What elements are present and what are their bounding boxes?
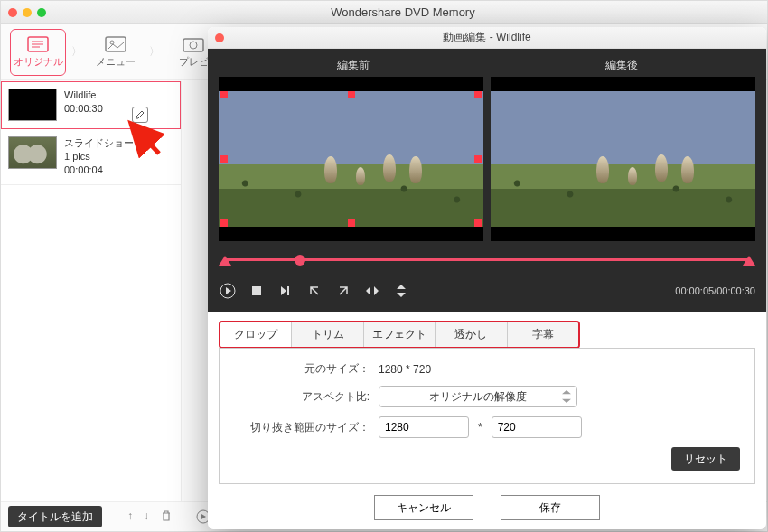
clip-meta: Wildlife 00:00:30 [64,89,103,121]
svg-point-5 [110,41,114,44]
footer-icons: ↑ ↓ [127,509,211,524]
svg-rect-11 [287,286,289,295]
dialog-close-icon[interactable] [215,33,224,42]
sidebar-item-slideshow[interactable]: スライドショー 1 pics 00:00:04 [1,129,181,185]
after-label: 編集後 [487,58,755,73]
tab-trim[interactable]: トリム [292,322,363,347]
preview-area: 編集前 編集後 [208,49,766,312]
pencil-icon [136,110,145,119]
svg-rect-6 [183,39,203,51]
aspect-ratio-select[interactable]: オリジナルの解像度 [379,386,577,407]
crop-handle[interactable] [348,91,355,98]
dialog-title: 動画編集 - Wildlife [443,30,530,45]
titlebar: Wondershare DVD Memory [1,1,767,24]
clip-thumbnail [8,89,57,121]
timecode: 00:00:05/00:00:30 [675,285,755,296]
crop-size-separator: * [478,421,482,434]
tab-watermark[interactable]: 透かし [436,322,507,347]
sidebar: Wildlife 00:00:30 スライドショー 1 pics 00:00:0… [1,81,182,501]
crop-size-label: 切り抜き範囲のサイズ： [234,420,370,435]
window-controls [8,8,46,17]
edit-tabs: クロップ トリム エフェクト 透かし 字幕 [219,321,580,349]
crop-handle[interactable] [220,219,228,227]
dialog-titlebar: 動画編集 - Wildlife [208,27,766,49]
menu-icon [104,35,127,53]
sidebar-item-wildlife[interactable]: Wildlife 00:00:30 [1,81,181,129]
chevron-right-icon: 〉 [149,44,160,60]
save-button[interactable]: 保存 [501,495,600,520]
add-title-button[interactable]: タイトルを追加 [8,506,102,527]
crop-handle[interactable] [474,219,482,227]
chevron-right-icon: 〉 [71,44,82,60]
up-arrow-icon[interactable]: ↑ [127,509,133,524]
crop-handle[interactable] [220,155,228,163]
rotate-cw-button[interactable] [334,282,352,300]
crop-handle[interactable] [474,91,482,98]
original-size-label: 元のサイズ： [234,361,370,377]
play-button[interactable] [219,282,237,300]
crop-height-input[interactable] [492,416,582,438]
tab-subtitle[interactable]: 字幕 [508,322,578,347]
flip-h-button[interactable] [363,282,381,300]
clip-meta: スライドショー 1 pics 00:00:04 [64,136,134,177]
svg-rect-10 [252,286,261,295]
svg-rect-4 [106,37,126,51]
cancel-button[interactable]: キャンセル [374,495,473,520]
aspect-ratio-label: アスペクト比: [234,389,370,405]
original-icon [26,35,50,53]
range-start-handle[interactable] [219,256,231,266]
timeline[interactable] [219,250,755,270]
tab-label: メニュー [96,55,136,69]
clip-title: スライドショー [64,136,134,150]
edit-tabs-section: クロップ トリム エフェクト 透かし 字幕 元のサイズ： 1280 * 720 … [208,312,766,484]
original-size-value: 1280 * 720 [379,363,431,376]
tab-effect[interactable]: エフェクト [364,322,436,347]
video-frame [491,91,755,227]
crop-form: 元のサイズ： 1280 * 720 アスペクト比: オリジナルの解像度 切り抜き… [219,348,755,484]
app-title: Wondershare DVD Memory [46,5,760,19]
preview-after [491,77,755,241]
step-forward-button[interactable] [276,282,295,300]
aspect-ratio-value: オリジナルの解像度 [429,389,527,405]
dialog-buttons: キャンセル 保存 [208,484,766,529]
clip-thumbnail [8,136,57,169]
before-label: 編集前 [219,58,487,73]
preview-before[interactable] [219,77,483,241]
clip-duration: 00:00:30 [64,102,103,116]
tab-crop[interactable]: クロップ [220,322,292,347]
clip-title: Wildlife [64,89,103,102]
tab-label: プレビ [179,55,209,69]
flip-v-button[interactable] [392,282,410,300]
tab-label: オリジナル [14,55,63,69]
crop-width-input[interactable] [379,416,469,438]
tab-menu[interactable]: メニュー [88,29,144,76]
down-arrow-icon[interactable]: ↓ [144,509,149,524]
stop-button[interactable] [248,282,266,300]
clip-duration: 00:00:04 [64,163,134,177]
range-end-handle[interactable] [743,256,755,266]
playhead[interactable] [295,255,305,266]
svg-point-7 [190,42,197,49]
reset-button[interactable]: リセット [671,447,740,471]
player-controls: 00:00:05/00:00:30 [219,279,755,303]
crop-handle[interactable] [474,155,482,163]
clip-detail: 1 pics [64,150,134,163]
close-icon[interactable] [8,8,17,17]
zoom-icon[interactable] [37,8,46,17]
video-frame [219,91,483,227]
rotate-ccw-button[interactable] [305,282,323,300]
video-edit-dialog: 動画編集 - Wildlife 編集前 編集後 [208,27,766,529]
crop-handle[interactable] [220,91,228,98]
trash-icon[interactable] [160,509,173,524]
edit-clip-button[interactable] [132,107,148,123]
preview-icon [182,35,205,53]
tab-original[interactable]: オリジナル [10,29,66,76]
minimize-icon[interactable] [23,8,32,17]
crop-handle[interactable] [348,219,355,227]
